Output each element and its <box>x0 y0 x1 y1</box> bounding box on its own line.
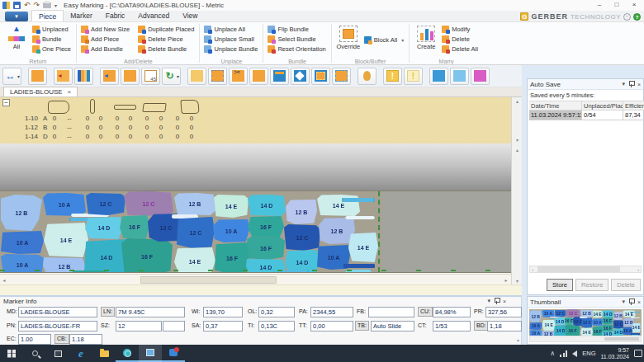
toolbar-bluesq-button[interactable] <box>429 68 448 85</box>
marker-piece[interactable]: 12 C <box>613 320 623 329</box>
maximize-button[interactable]: □ <box>608 0 625 10</box>
autosave-cell[interactable]: 0/54 <box>582 110 623 120</box>
add-new-size-button[interactable]: Add New Size <box>81 25 130 33</box>
all-button[interactable]: All <box>4 25 29 50</box>
piece-silhouette-body[interactable] <box>48 101 69 114</box>
add-piece-button[interactable]: Add Piece <box>81 35 130 43</box>
thumbnail-scroll-thumb[interactable] <box>604 337 639 341</box>
marker-piece[interactable]: 12 C <box>177 217 215 248</box>
ti-field[interactable]: 0,13C <box>258 321 295 331</box>
close-button[interactable]: × <box>626 0 642 10</box>
qty-cell[interactable]: 0 <box>96 115 106 122</box>
qty-cell[interactable]: 0 <box>156 133 166 140</box>
qat-caret-icon[interactable]: ▾ <box>54 2 57 8</box>
hscroll-right-icon[interactable]: ▸ <box>502 277 510 283</box>
modify-button[interactable]: Modify <box>442 25 478 33</box>
autosave-cell[interactable]: 11.03.2024 9:57:11 <box>529 110 582 120</box>
qty-cell[interactable]: 0 <box>187 124 197 131</box>
info-scroll-down-icon[interactable]: ▾ <box>517 337 519 343</box>
marker-piece[interactable]: 14 D <box>603 310 614 317</box>
marker-piece[interactable]: 10 A <box>213 219 249 242</box>
piece-silhouette-sleeve[interactable] <box>90 99 95 114</box>
qty-cell[interactable]: 0 <box>187 115 197 122</box>
add-bundle-button[interactable]: Add Bundle <box>81 45 130 53</box>
marker-piece[interactable]: 12 B <box>613 312 623 320</box>
marker-canvas[interactable]: 12 B10 A10 A10 A14 E12 B12 C14 D14 D12 C… <box>0 190 511 273</box>
marker-sliver[interactable] <box>343 264 375 268</box>
cb-field[interactable]: 1.18 <box>69 334 102 345</box>
marker-piece[interactable]: 12 B <box>623 318 634 327</box>
panel-close-icon[interactable]: × <box>637 299 641 305</box>
column-header[interactable]: Date/Time <box>529 101 582 110</box>
marker-piece[interactable]: 10 A <box>529 322 542 330</box>
panel-close-icon[interactable]: × <box>637 82 641 87</box>
delete-button[interactable]: Delete <box>442 35 478 43</box>
qty-cell[interactable]: 0 <box>156 115 166 122</box>
print-icon[interactable] <box>43 2 51 8</box>
create-button[interactable]: Create <box>414 25 438 50</box>
autosave-hscroll-thumb[interactable] <box>537 266 620 272</box>
marker-sliver[interactable] <box>342 198 375 202</box>
toolbar-stack-button[interactable] <box>249 68 268 85</box>
dropdown-caret-icon[interactable]: ▾ <box>17 73 20 79</box>
tt-field[interactable]: 0,00 <box>310 321 353 331</box>
marker-piece[interactable]: 12 C <box>124 191 173 216</box>
marker-piece[interactable]: 10 A <box>592 318 603 326</box>
column-header[interactable]: Efficiency <box>623 101 644 110</box>
pin-icon[interactable] <box>628 299 634 305</box>
language-indicator[interactable]: ENG <box>582 350 595 357</box>
marker-sliver[interactable] <box>631 317 640 318</box>
panel-close-icon[interactable]: × <box>503 299 506 304</box>
marker-piece[interactable]: 16 F <box>121 238 173 273</box>
bundle-button[interactable]: Bundle <box>32 35 71 43</box>
table-row[interactable]: 1-14D0--00000000 <box>0 133 511 142</box>
marker-piece[interactable]: 12 B <box>529 310 542 322</box>
toolbar-cut-button[interactable] <box>229 68 248 85</box>
qty-cell[interactable]: 0 <box>142 133 152 140</box>
qty-cell[interactable]: -- <box>64 124 74 131</box>
tab-piece[interactable]: Piece <box>31 10 64 21</box>
collapse-ribbon-icon[interactable]: ˆ <box>623 13 631 21</box>
autosave-table[interactable]: Date/TimeUnplaced/PlacedEfficiency11.03.… <box>529 101 644 120</box>
md-field[interactable]: LADIES-BLOUSE <box>18 307 97 317</box>
marker-piece[interactable]: 14 E <box>44 223 88 257</box>
marker-piece[interactable]: 12 B <box>319 218 355 244</box>
pin-icon[interactable] <box>628 81 634 87</box>
cb-label[interactable]: CB: <box>54 334 69 344</box>
panel-menu-icon[interactable]: ▾ <box>622 299 625 305</box>
marker-piece[interactable]: 12 B <box>580 310 593 317</box>
volume-icon[interactable] <box>572 350 577 357</box>
marker-piece[interactable]: 14 E <box>214 195 249 218</box>
dropdown-caret-icon[interactable]: ▾ <box>401 37 404 43</box>
tab-advanced[interactable]: Advanced <box>131 10 176 21</box>
qty-cell[interactable]: 0 <box>83 133 92 140</box>
unplaced-button[interactable]: Unplaced <box>32 25 71 33</box>
collapse-table-button[interactable]: − <box>2 99 10 106</box>
toolbar-flip45-button[interactable] <box>141 68 160 85</box>
app-button-1[interactable] <box>116 345 139 362</box>
qty-cell[interactable]: 0 <box>50 115 59 122</box>
marker-piece[interactable]: 14 E <box>632 323 641 333</box>
marker-piece[interactable]: 16 F <box>215 242 249 273</box>
toolbar-overlap-button[interactable] <box>187 68 206 85</box>
ln-label[interactable]: LN: <box>101 307 115 317</box>
restore-button[interactable]: Restore <box>575 279 608 291</box>
pr-field[interactable]: 327,56 <box>485 307 522 317</box>
fb-field[interactable] <box>368 307 414 317</box>
marker-piece[interactable]: 12 B <box>174 193 215 215</box>
toolbar-retleft-button[interactable] <box>54 68 73 85</box>
pn-field[interactable]: LADIES-BLOUSE-FR <box>18 321 97 331</box>
pin-icon[interactable] <box>494 298 500 304</box>
marker-piece[interactable]: 12 C <box>555 310 566 317</box>
marker-piece[interactable]: 16 F <box>565 325 580 336</box>
bd-field[interactable]: 1,18 <box>487 321 522 331</box>
marker-piece[interactable]: 10 A <box>1 231 44 254</box>
minimize-button[interactable]: – <box>591 0 608 10</box>
qty-cell[interactable]: 0 <box>125 133 135 140</box>
qty-cell[interactable]: 0 <box>173 133 182 140</box>
table-row[interactable]: 1-10A0--00000000 <box>0 115 511 124</box>
marker-piece[interactable]: 14 E <box>348 233 378 262</box>
piece-silhouette-collar[interactable] <box>180 100 199 114</box>
override-button[interactable]: Override <box>336 25 361 50</box>
marker-piece[interactable]: 16 F <box>247 237 285 260</box>
